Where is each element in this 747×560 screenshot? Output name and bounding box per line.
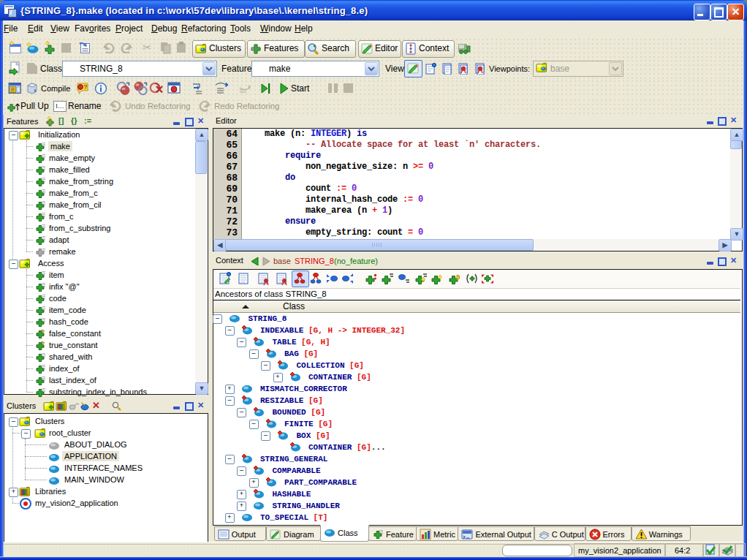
svg-text:?: ? [83,83,88,91]
